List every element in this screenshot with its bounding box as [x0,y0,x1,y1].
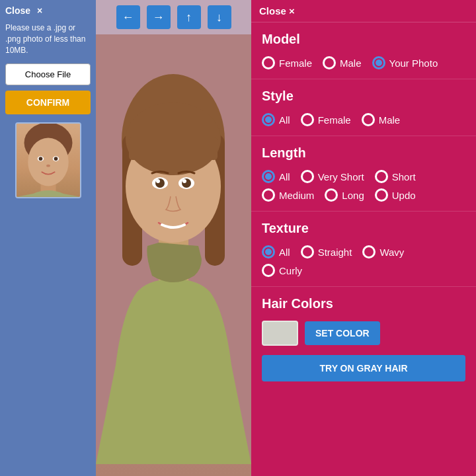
length-long-radio[interactable] [325,188,338,202]
style-radio-group: All Female Male [262,113,465,126]
length-updo-label: Updo [392,190,416,201]
middle-panel: ← → ↑ ↓ [96,0,251,476]
right-scrollable[interactable]: Model Female Male Your Photo Style [251,22,476,476]
texture-all-label: All [279,247,290,258]
svg-point-6 [54,157,58,161]
arrow-up-button[interactable]: ↑ [177,5,201,29]
style-male-label: Male [379,114,401,126]
texture-straight-label: Straight [318,247,352,258]
length-updo-radio[interactable] [375,188,388,202]
down-arrow-icon: ↓ [216,11,222,24]
length-short-option[interactable]: Short [375,170,416,183]
model-yourphoto-radio[interactable] [372,56,385,69]
style-section: Style All Female Male [251,79,476,136]
right-arrow-icon: → [153,11,165,24]
length-title: Length [262,145,465,161]
try-gray-wrapper: TRY ON GRAY HAIR [251,355,476,395]
arrow-right-button[interactable]: → [147,5,171,29]
length-veryshort-label: Very Short [318,171,364,182]
texture-radio-group-row2: Curly [262,264,465,277]
model-yourphoto-label: Your Photo [389,58,438,69]
left-close-label: Close [5,5,30,16]
style-male-option[interactable]: Male [362,113,401,126]
model-male-label: Male [340,58,362,69]
style-female-radio[interactable] [301,113,314,126]
model-section: Model Female Male Your Photo [251,22,476,79]
texture-curly-radio[interactable] [262,264,275,277]
length-veryshort-option[interactable]: Very Short [301,170,364,183]
model-female-label: Female [279,58,312,69]
texture-wavy-radio[interactable] [362,245,376,258]
model-radio-group: Female Male Your Photo [262,56,465,69]
left-arrow-icon: ← [122,11,134,24]
texture-radio-group-row1: All Straight Wavy [262,245,465,258]
texture-all-radio[interactable] [262,245,275,258]
texture-wavy-label: Wavy [379,247,404,258]
svg-point-20 [156,179,160,183]
texture-straight-radio[interactable] [301,245,314,258]
try-gray-hair-button[interactable]: TRY ON GRAY HAIR [262,355,465,381]
length-veryshort-radio[interactable] [301,170,314,183]
length-short-label: Short [392,171,416,182]
arrow-left-button[interactable]: ← [116,5,140,29]
model-female-radio[interactable] [262,56,275,69]
left-close-bar: Close × [5,5,91,16]
svg-point-21 [182,179,186,183]
style-female-option[interactable]: Female [301,113,351,126]
length-radio-group-row1: All Very Short Short [262,170,465,183]
style-all-label: All [279,114,290,126]
right-close-bar: Close × [251,0,476,22]
length-updo-option[interactable]: Updo [375,188,416,202]
left-close-icon[interactable]: × [37,5,42,16]
texture-title: Texture [262,221,465,236]
length-medium-option[interactable]: Medium [262,188,314,202]
model-image [96,34,251,476]
style-all-radio[interactable] [262,113,275,126]
svg-point-5 [38,157,42,161]
length-all-radio[interactable] [262,170,275,183]
svg-rect-15 [129,137,218,160]
left-panel: Close × Please use a .jpg or .png photo … [0,0,96,476]
hair-colors-title: Hair Colors [262,296,465,311]
texture-curly-option[interactable]: Curly [262,264,302,277]
thumbnail-box [15,122,81,198]
svg-point-7 [46,165,50,167]
up-arrow-icon: ↑ [186,11,192,24]
length-short-radio[interactable] [375,170,388,183]
length-all-option[interactable]: All [262,170,290,183]
texture-curly-label: Curly [279,265,302,276]
arrow-down-button[interactable]: ↓ [208,5,231,29]
confirm-button[interactable]: CONFIRM [5,91,91,114]
nav-arrows: ← → ↑ ↓ [96,0,251,34]
right-close-label: Close [259,5,286,17]
length-medium-radio[interactable] [262,188,275,202]
svg-point-2 [28,138,68,186]
model-title: Model [262,32,465,47]
length-radio-group-row2: Medium Long Updo [262,188,465,202]
length-section: Length All Very Short Short Medi [251,136,476,212]
color-row: SET COLOR [262,321,465,346]
model-yourphoto-option[interactable]: Your Photo [372,56,438,69]
length-medium-label: Medium [279,190,314,201]
style-male-radio[interactable] [362,113,375,126]
hint-text: Please use a .jpg or .png photo of less … [5,22,91,56]
length-long-label: Long [342,190,364,201]
style-all-option[interactable]: All [262,113,290,126]
right-close-icon[interactable]: × [289,5,295,17]
texture-all-option[interactable]: All [262,245,290,258]
style-title: Style [262,89,465,104]
style-female-label: Female [318,114,351,126]
length-all-label: All [279,171,290,182]
model-male-option[interactable]: Male [323,56,362,69]
set-color-button[interactable]: SET COLOR [305,321,380,345]
model-male-radio[interactable] [323,56,336,69]
length-long-option[interactable]: Long [325,188,364,202]
texture-section: Texture All Straight Wavy Curly [251,212,476,287]
thumbnail-face [17,124,80,197]
model-female-option[interactable]: Female [262,56,312,69]
texture-wavy-option[interactable]: Wavy [362,245,404,258]
choose-file-button[interactable]: Choose File [5,63,91,85]
texture-straight-option[interactable]: Straight [301,245,352,258]
right-panel: Close × Model Female Male Your Photo [251,0,476,476]
color-swatch[interactable] [262,321,298,346]
